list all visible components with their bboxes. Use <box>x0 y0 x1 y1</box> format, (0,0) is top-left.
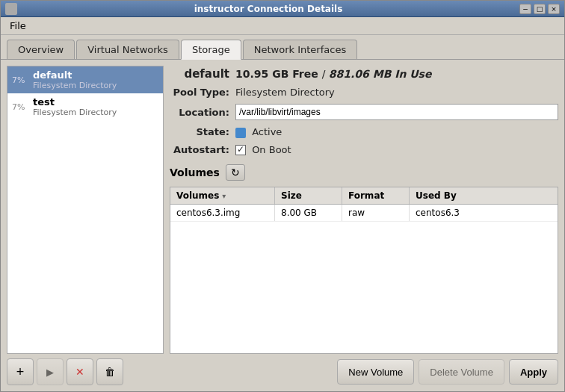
location-input[interactable] <box>235 104 558 120</box>
window-title: instructor Connection Details <box>17 4 519 14</box>
autostart-row: Autostart: On Boot <box>170 143 558 158</box>
state-value: Active <box>235 126 282 138</box>
stop-icon: ✕ <box>75 366 84 378</box>
cell-usedby-0: centos6.3 <box>410 205 558 221</box>
cell-size-0: 8.00 GB <box>275 205 342 221</box>
maximize-button[interactable]: □ <box>534 4 546 14</box>
volume-action-buttons: New Volume Delete Volume Apply <box>337 359 558 385</box>
apply-button[interactable]: Apply <box>509 359 558 385</box>
pool-type-value: Filesystem Directory <box>235 87 335 98</box>
table-body: centos6.3.img 8.00 GB raw centos6.3 <box>170 205 558 353</box>
pool-type-default: Filesystem Directory <box>33 81 117 90</box>
volumes-header: Volumes ↻ <box>170 164 558 181</box>
col-usedby: Used By <box>410 187 558 204</box>
refresh-button[interactable]: ↻ <box>226 164 245 181</box>
play-icon: ▶ <box>46 367 54 378</box>
tab-storage[interactable]: Storage <box>181 40 241 60</box>
pool-percent-default: 7% <box>12 75 28 85</box>
titlebar: instructor Connection Details − □ × <box>1 1 564 17</box>
tab-bar: Overview Virtual Networks Storage Networ… <box>1 35 564 59</box>
pool-type-test: Filesystem Directory <box>33 108 117 117</box>
volumes-dropdown-icon[interactable]: ▾ <box>222 192 226 200</box>
start-pool-button[interactable]: ▶ <box>37 358 64 385</box>
tab-network-interfaces[interactable]: Network Interfaces <box>243 40 357 59</box>
autostart-label: Autostart: <box>170 144 229 155</box>
pool-name-row: default 10.95 GB Free / 881.06 MB In Use <box>170 66 558 82</box>
location-row: Location: <box>170 102 558 122</box>
pool-type-label: Pool Type: <box>170 87 229 98</box>
delete-pool-button[interactable]: 🗑 <box>96 358 123 385</box>
menubar: File <box>1 17 564 35</box>
storage-pool-list: 7% default Filesystem Directory 7% test … <box>7 66 164 354</box>
window-controls: − □ × <box>519 4 560 14</box>
location-label: Location: <box>170 107 229 118</box>
stop-pool-button[interactable]: ✕ <box>67 358 93 385</box>
delete-volume-label: Delete Volume <box>430 367 493 378</box>
pool-name-test: test <box>33 96 117 108</box>
app-icon <box>5 3 17 15</box>
pool-item-test[interactable]: 7% test Filesystem Directory <box>7 93 163 120</box>
cell-volumes-0: centos6.3.img <box>170 205 275 221</box>
file-menu[interactable]: File <box>5 19 31 33</box>
state-icon <box>235 128 246 138</box>
delete-icon: 🗑 <box>105 366 115 378</box>
table-row[interactable]: centos6.3.img 8.00 GB raw centos6.3 <box>170 205 558 222</box>
autostart-value: On Boot <box>235 144 291 156</box>
pool-details: default 10.95 GB Free / 881.06 MB In Use… <box>170 66 558 354</box>
volumes-table: Volumes ▾ Size Format Used By <box>170 187 558 354</box>
main-area: 7% default Filesystem Directory 7% test … <box>7 60 558 354</box>
pool-name-default: default <box>33 69 117 81</box>
close-button[interactable]: × <box>548 4 560 14</box>
tab-overview[interactable]: Overview <box>7 40 75 59</box>
state-row: State: Active <box>170 125 558 140</box>
content-area: 7% default Filesystem Directory 7% test … <box>1 59 564 391</box>
pool-name-label: default <box>170 67 229 81</box>
autostart-checkbox[interactable] <box>235 145 246 155</box>
table-header: Volumes ▾ Size Format Used By <box>170 187 558 205</box>
add-icon: + <box>16 364 25 380</box>
cell-format-0: raw <box>342 205 410 221</box>
pool-free: 10.95 GB Free / 881.06 MB In Use <box>235 68 431 80</box>
volumes-label: Volumes <box>170 167 220 178</box>
col-size: Size <box>275 187 342 204</box>
pool-type-row: Pool Type: Filesystem Directory <box>170 85 558 99</box>
state-label: State: <box>170 126 229 137</box>
delete-volume-button[interactable]: Delete Volume <box>419 359 504 385</box>
apply-label: Apply <box>520 367 547 378</box>
pool-action-buttons: + ▶ ✕ 🗑 <box>7 358 123 385</box>
bottom-bar: + ▶ ✕ 🗑 New Volume Delete Volume <box>7 354 558 385</box>
new-volume-label: New Volume <box>348 367 403 378</box>
add-pool-button[interactable]: + <box>7 358 34 385</box>
main-window: instructor Connection Details − □ × File… <box>0 0 565 392</box>
new-volume-button[interactable]: New Volume <box>337 359 414 385</box>
col-volumes[interactable]: Volumes ▾ <box>170 187 275 204</box>
col-format: Format <box>342 187 410 204</box>
minimize-button[interactable]: − <box>519 4 531 14</box>
pool-item-default[interactable]: 7% default Filesystem Directory <box>7 66 163 93</box>
pool-percent-test: 7% <box>12 102 28 112</box>
tab-virtual-networks[interactable]: Virtual Networks <box>76 40 179 59</box>
